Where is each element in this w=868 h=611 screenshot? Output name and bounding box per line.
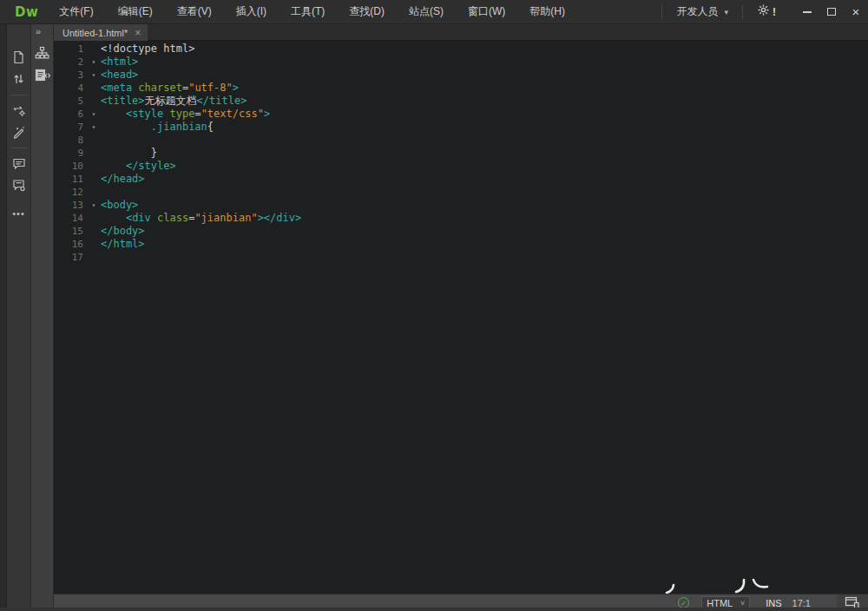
menu-item[interactable]: 文件(F) (47, 0, 105, 23)
fold-arrow-icon[interactable]: ▾ (87, 56, 101, 69)
alert-badge: ! (773, 6, 776, 18)
tab-close-icon[interactable]: × (135, 28, 141, 38)
fold-spacer (87, 212, 101, 225)
code-line[interactable]: 14 <div class="jianbian"></div> (54, 212, 868, 225)
code-text: </body> (101, 225, 145, 238)
line-number: 11 (54, 173, 87, 186)
file-manage-icon[interactable] (9, 47, 30, 68)
tab-title: Untitled-1.html* (62, 28, 128, 38)
menu-item[interactable]: 查看(V) (165, 0, 224, 23)
code-line[interactable]: 13▾<body> (54, 199, 868, 212)
code-text: <meta charset="utf-8"> (101, 82, 239, 95)
menu-item[interactable]: 插入(I) (224, 0, 279, 23)
code-line[interactable]: 4<meta charset="utf-8"> (54, 82, 868, 95)
line-number: 17 (54, 251, 87, 264)
bottom-edge-strip (0, 608, 868, 611)
line-number: 2 (54, 56, 87, 69)
code-text: <div class="jianbian"></div> (101, 212, 301, 225)
code-text: } (101, 147, 157, 160)
divider (11, 148, 27, 148)
maximize-button[interactable] (819, 0, 844, 23)
fold-spacer (87, 134, 101, 147)
snippets-file-code-icon[interactable] (32, 64, 53, 87)
menu-item[interactable]: 帮助(H) (517, 0, 577, 23)
menu-item[interactable]: 工具(T) (279, 0, 337, 23)
clipped-text-artifact (661, 578, 783, 594)
code-line[interactable]: 8 (54, 134, 868, 147)
code-line[interactable]: 2▾<html> (54, 56, 868, 69)
code-text: <!doctype html> (101, 43, 194, 56)
line-number: 10 (54, 160, 87, 173)
titlebar: Dw 文件(F)编辑(E)查看(V)插入(I)工具(T)查找(D)站点(S)窗口… (0, 0, 868, 24)
menu-item[interactable]: 编辑(E) (106, 0, 165, 23)
line-number: 15 (54, 225, 87, 238)
workspace-switcher[interactable]: 开发人员 ▾ (666, 0, 739, 23)
code-line[interactable]: 1<!doctype html> (54, 43, 868, 56)
more-options-icon[interactable]: ••• (12, 208, 25, 219)
fold-spacer (87, 43, 101, 56)
comment-icon[interactable] (9, 153, 30, 174)
code-line[interactable]: 16</html> (54, 238, 868, 251)
code-view[interactable]: 1<!doctype html>2▾<html>3▾<head>4<meta c… (54, 41, 868, 594)
line-number: 5 (54, 95, 87, 108)
line-number: 12 (54, 186, 87, 199)
comment-settings-icon[interactable] (9, 174, 30, 195)
pen-edit-icon[interactable] (9, 122, 30, 142)
code-text: </head> (101, 173, 145, 186)
menu-item[interactable]: 站点(S) (397, 0, 456, 23)
code-line[interactable]: 3▾<head> (54, 69, 868, 82)
fold-spacer (87, 147, 101, 160)
fold-arrow-icon[interactable]: ▾ (87, 199, 101, 212)
line-number: 3 (54, 69, 87, 82)
code-line[interactable]: 11</head> (54, 173, 868, 186)
menu-item[interactable]: 查找(D) (337, 0, 397, 23)
line-number: 6 (54, 108, 87, 121)
line-number: 4 (54, 82, 87, 95)
panel-dock: » (31, 24, 54, 611)
menu-item[interactable]: 窗口(W) (456, 0, 517, 23)
chevron-down-icon: ˅ (740, 599, 745, 608)
fold-arrow-icon[interactable]: ▾ (87, 69, 101, 82)
fold-spacer (87, 225, 101, 238)
workspace-label: 开发人员 (676, 4, 718, 19)
code-text: <style type="text/css"> (101, 108, 270, 121)
code-line[interactable]: 6▾ <style type="text/css"> (54, 108, 868, 121)
line-number: 14 (54, 212, 87, 225)
code-lines: 1<!doctype html>2▾<html>3▾<head>4<meta c… (54, 43, 868, 264)
line-number: 13 (54, 199, 87, 212)
insert-mode-toggle[interactable]: INS (766, 598, 781, 608)
code-line[interactable]: 15</body> (54, 225, 868, 238)
code-line[interactable]: 5<title>无标题文档</title> (54, 95, 868, 108)
window-controls: × (795, 0, 868, 23)
line-number: 16 (54, 238, 87, 251)
close-button[interactable]: × (844, 0, 868, 23)
sync-settings-button[interactable]: ! (746, 0, 786, 23)
app-logo: Dw (0, 4, 47, 20)
sort-files-icon[interactable] (9, 69, 30, 89)
code-text: </style> (101, 160, 176, 173)
fold-arrow-icon[interactable]: ▾ (87, 108, 101, 121)
code-line[interactable]: 7▾ .jianbian{ (54, 121, 868, 134)
code-line[interactable]: 17 (54, 251, 868, 264)
code-text: <head> (101, 69, 138, 82)
dreamweaver-window: Dw 文件(F)编辑(E)查看(V)插入(I)工具(T)查找(D)站点(S)窗口… (0, 0, 868, 611)
code-text: <title>无标题文档</title> (101, 95, 247, 108)
swap-transfer-icon[interactable] (9, 100, 30, 121)
code-text: .jianbian{ (101, 121, 214, 134)
line-number: 7 (54, 121, 87, 134)
minimize-button[interactable] (795, 0, 819, 23)
fold-spacer (87, 238, 101, 251)
dom-tree-icon[interactable] (32, 42, 53, 64)
code-line[interactable]: 10 </style> (54, 160, 868, 173)
fold-arrow-icon[interactable]: ▾ (87, 121, 101, 134)
gear-icon (757, 3, 770, 20)
dock-collapse-chevrons-icon[interactable]: » (31, 24, 41, 42)
document-tab[interactable]: Untitled-1.html* × (54, 24, 148, 41)
code-text: <body> (101, 199, 138, 212)
fold-spacer (87, 160, 101, 173)
code-line[interactable]: 9 } (54, 147, 868, 160)
main-area: ••• » Untitled-1.html* × 1<!doctype html… (0, 24, 868, 611)
divider (661, 5, 662, 19)
chevron-down-icon: ▾ (724, 8, 728, 16)
code-line[interactable]: 12 (54, 186, 868, 199)
